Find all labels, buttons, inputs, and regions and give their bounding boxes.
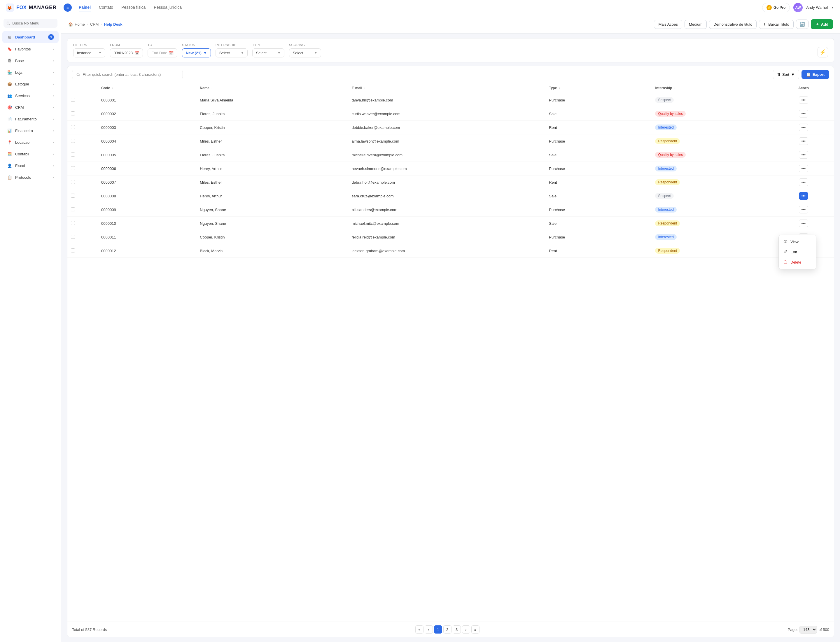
row-checkbox[interactable] — [71, 194, 75, 198]
sidebar-item-crm[interactable]: 🎯 CRM › — [2, 102, 58, 113]
add-button[interactable]: ＋ Add — [811, 19, 833, 29]
th-internship[interactable]: Internship ↓ — [652, 83, 773, 93]
row-dots-button[interactable]: ••• — [799, 178, 809, 186]
context-menu-edit[interactable]: Edit — [779, 247, 816, 257]
type-value: Select — [256, 51, 266, 55]
row-internship: Sespect — [652, 189, 773, 203]
favoritos-icon: 🔖 — [7, 46, 12, 52]
row-dots-button[interactable]: ••• — [799, 151, 809, 159]
baixar-titulo-icon: ⬇ — [763, 22, 767, 26]
nav-pessoa-fisica[interactable]: Pessoa física — [121, 4, 146, 11]
page-number-select[interactable]: 143 — [799, 626, 817, 634]
table-row: 0000009 Nguyen, Shane bill.sanders@examp… — [67, 203, 834, 217]
quick-search-input[interactable] — [83, 72, 179, 77]
table-body: 0000001 Maria Silva Almeida tanya.hill@e… — [67, 93, 834, 258]
breadcrumb-crm[interactable]: CRM — [90, 22, 99, 26]
filter-group-scoring: Scoring Select ▼ — [289, 43, 321, 57]
th-type[interactable]: Type ↓ — [546, 83, 652, 93]
sidebar-item-favoritos[interactable]: 🔖 Favoritos › — [2, 44, 58, 55]
context-view-label: View — [790, 240, 799, 244]
row-internship: Qualify by sales — [652, 107, 773, 121]
row-checkbox[interactable] — [71, 221, 75, 225]
pagination-page-1[interactable]: 1 — [434, 626, 442, 634]
breadcrumb-home[interactable]: Home — [75, 22, 85, 26]
sidebar-search[interactable] — [3, 19, 57, 28]
row-checkbox[interactable] — [71, 98, 75, 102]
row-checkbox[interactable] — [71, 207, 75, 211]
pagination-next[interactable]: › — [462, 626, 470, 634]
sidebar-search-input[interactable] — [12, 21, 55, 25]
go-pro-button[interactable]: ⭐ Go Pro — [762, 3, 790, 12]
sidebar-item-loja[interactable]: 🏪 Loja › — [2, 67, 58, 78]
sidebar-item-estoque[interactable]: 📦 Estoque › — [2, 78, 58, 89]
pagination-first[interactable]: « — [415, 626, 424, 634]
sidebar-item-contabil[interactable]: 🧮 Contabil › — [2, 148, 58, 159]
sort-button[interactable]: ⇅ Sort ▼ — [773, 70, 799, 79]
row-dots-button[interactable]: ••• — [799, 137, 809, 145]
row-checkbox[interactable] — [71, 166, 75, 170]
to-date[interactable]: End Date 📅 — [148, 49, 177, 57]
sidebar-item-base[interactable]: 🗄 Base › — [2, 55, 58, 66]
pagination-page-2[interactable]: 2 — [444, 626, 452, 634]
th-email[interactable]: E-mail ↓ — [348, 83, 546, 93]
context-menu-view[interactable]: View — [779, 237, 816, 247]
quick-search[interactable] — [72, 70, 183, 79]
from-label: From — [110, 43, 143, 47]
row-acoes: ••• — [773, 93, 834, 107]
sidebar-item-protocolo[interactable]: 📋 Protocolo › — [2, 172, 58, 183]
filter-options-button[interactable]: ⚡ — [817, 47, 828, 57]
pagination-prev[interactable]: ‹ — [425, 626, 433, 634]
row-type: Rent — [546, 175, 652, 189]
sidebar-item-financeiro[interactable]: 📊 Financeiro › — [2, 125, 58, 136]
status-select[interactable]: New (21) ▼ — [182, 49, 211, 57]
th-code[interactable]: Code ↓ — [98, 83, 196, 93]
row-dots-button[interactable]: ••• — [799, 110, 809, 117]
faturamento-icon: 📄 — [7, 116, 12, 122]
row-dots-button[interactable]: ••• — [799, 96, 809, 104]
row-internship: Respondent — [652, 244, 773, 258]
row-dots-button[interactable]: ••• — [799, 123, 809, 131]
context-menu-delete[interactable]: Delete — [779, 257, 816, 268]
row-checkbox[interactable] — [71, 111, 75, 115]
scoring-select[interactable]: Select ▼ — [289, 49, 321, 57]
row-checkbox[interactable] — [71, 139, 75, 143]
row-checkbox[interactable] — [71, 152, 75, 157]
sidebar-item-faturamento[interactable]: 📄 Faturamento › — [2, 113, 58, 125]
sidebar-item-fiscal[interactable]: 👤 Fiscal › — [2, 160, 58, 171]
baixar-titulo-button[interactable]: ⬇ Baixar Titulo — [759, 20, 794, 29]
sidebar-item-locacao[interactable]: 📍 Locacao › — [2, 137, 58, 148]
nav-pessoa-juridica[interactable]: Pessoa jurídica — [154, 4, 182, 11]
row-checkbox[interactable] — [71, 125, 75, 129]
sidebar-item-dashboard[interactable]: ⊞ Dashboard 9 — [2, 31, 58, 43]
type-select[interactable]: Select ▼ — [252, 49, 284, 57]
internship-select[interactable]: Select ▼ — [216, 49, 248, 57]
row-checkbox-cell — [67, 203, 98, 217]
row-checkbox[interactable] — [71, 248, 75, 253]
from-date[interactable]: 03/01/2023 📅 — [110, 49, 143, 57]
row-dots-button[interactable]: ••• — [799, 219, 809, 227]
nav-contato[interactable]: Contato — [99, 4, 113, 11]
filter-group-type: Type Select ▼ — [252, 43, 284, 57]
hamburger-menu-button[interactable]: ≡ — [63, 3, 72, 12]
refresh-button[interactable]: 🔄 — [796, 19, 809, 29]
th-name[interactable]: Name ↓ — [196, 83, 348, 93]
user-name[interactable]: Andy Warhol — [806, 5, 828, 10]
export-button[interactable]: 📋 Export — [801, 70, 829, 79]
row-dots-button[interactable]: ••• — [799, 206, 809, 213]
row-dots-button[interactable]: ••• — [799, 165, 809, 172]
sidebar-item-servicos[interactable]: 👥 Servicos › — [2, 90, 58, 101]
pagination-page-3[interactable]: 3 — [453, 626, 461, 634]
pagination-last[interactable]: » — [471, 626, 479, 634]
instance-select[interactable]: Instance ▼ — [73, 49, 105, 57]
row-checkbox[interactable] — [71, 180, 75, 184]
medium-button[interactable]: Medium — [684, 20, 707, 29]
fiscal-icon: 👤 — [7, 163, 12, 168]
user-menu-chevron[interactable]: ▼ — [831, 6, 834, 9]
row-acoes: ••• — [773, 148, 834, 162]
row-dots-button[interactable]: ••• — [799, 192, 809, 200]
nav-painel[interactable]: Painel — [79, 4, 91, 11]
mais-acoes-button[interactable]: Mais Acoes — [654, 20, 682, 29]
base-arrow: › — [53, 59, 54, 62]
demonstrativo-button[interactable]: Demonstrativo de titulo — [709, 20, 757, 29]
row-checkbox[interactable] — [71, 235, 75, 239]
